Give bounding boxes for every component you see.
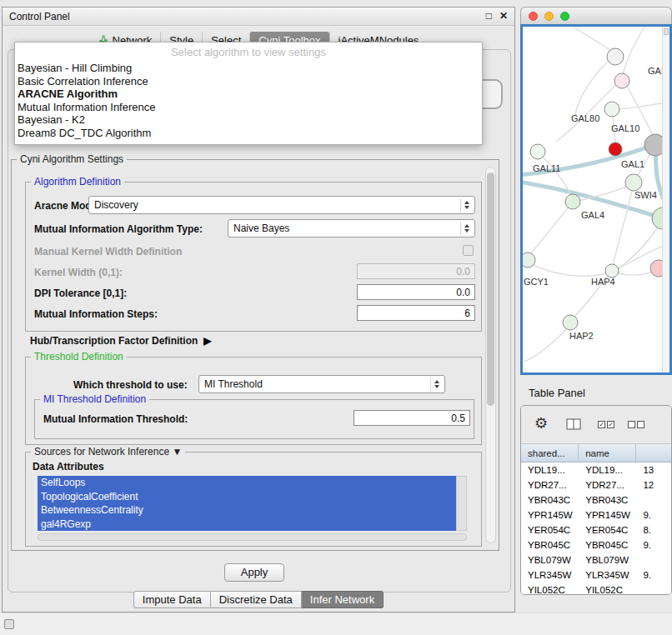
settings-group-title: Cyni Algorithm Settings (17, 153, 127, 165)
columns-icon[interactable] (566, 418, 581, 433)
algorithm-option-bayesian-k2[interactable]: Bayesian - K2 (15, 113, 482, 127)
unchecked-box-icon (637, 421, 644, 428)
algorithm-option-aracne-algorithm[interactable]: ARACNE Algorithm (15, 88, 482, 101)
panel-dock-icon[interactable] (4, 619, 14, 629)
node-label: HAP4 (591, 277, 615, 287)
attributes-vertical-scrollbar[interactable] (456, 476, 467, 531)
table-row[interactable]: YBR043CYBR043C (521, 492, 671, 508)
table-row[interactable]: YDR27...YDR27...12 (521, 478, 671, 492)
table-cell: YBR045C (579, 538, 636, 552)
attributes-horizontal-scrollbar[interactable] (38, 533, 467, 541)
float-window-icon[interactable]: □ (486, 10, 492, 22)
table-row[interactable]: YPR145WYPR145W9. (521, 508, 671, 522)
table-cell: YLR345W (521, 568, 579, 582)
collapsed-arrow-icon: ▶ (203, 335, 211, 347)
table-cell: YBR043C (579, 492, 636, 508)
network-scrollbar[interactable] (662, 27, 669, 372)
threshold-definition-title: Threshold Definition (31, 351, 127, 362)
network-node[interactable] (563, 315, 578, 330)
table-row[interactable]: YBL079WYBL079W (521, 552, 671, 568)
gear-icon[interactable]: ⚙ (534, 415, 548, 432)
table-cell: YBL079W (521, 552, 579, 568)
table-cell: YDR27... (521, 478, 579, 492)
window-title: Control Panel (9, 11, 70, 22)
node-label: GAL11 (533, 163, 560, 173)
network-node[interactable] (523, 252, 535, 268)
table-row[interactable]: YLR345WYLR345W9. (521, 568, 671, 582)
network-scrollbar-thumb[interactable] (664, 28, 669, 35)
close-traffic-light-icon[interactable] (529, 12, 538, 21)
tab-discretize-data[interactable]: Discretize Data (211, 591, 302, 608)
node-label: HAP2 (569, 331, 594, 341)
close-icon[interactable]: ✕ (499, 10, 508, 22)
sources-title-text: Sources for Network Inference (34, 446, 169, 458)
network-node[interactable] (609, 142, 622, 156)
algorithm-dropdown-popup: Select algorithm to view settings Bayesi… (14, 42, 483, 145)
dpi-tolerance-field[interactable]: 0.0 (357, 284, 475, 300)
table-panel-title: Table Panel (529, 387, 585, 399)
combo-arrows-icon (460, 198, 473, 212)
attribute-item-selfloops[interactable]: SelfLoops (38, 476, 456, 490)
tab-impute-data[interactable]: Impute Data (133, 591, 211, 608)
desktop: Control Panel □ ✕ NetworkStyleSelectCyni… (0, 0, 672, 635)
control-panel-titlebar: Control Panel □ ✕ (3, 8, 514, 26)
sources-group-title[interactable]: Sources for Network Inference ▼ (31, 446, 185, 458)
which-threshold-select[interactable]: MI Threshold (198, 375, 445, 393)
settings-scrollbar[interactable] (485, 167, 496, 543)
apply-button[interactable]: Apply (224, 563, 284, 582)
network-node[interactable] (607, 48, 624, 65)
threshold-definition-group: Threshold Definition Which threshold to … (25, 357, 482, 445)
network-node[interactable] (625, 174, 642, 191)
manual-kernel-checkbox[interactable] (463, 245, 474, 256)
table-cell: YIL052C (579, 582, 636, 594)
scrollbar-thumb[interactable] (487, 172, 494, 406)
zoom-traffic-light-icon[interactable] (560, 12, 569, 21)
network-node[interactable] (605, 264, 619, 278)
table-cell: YDL19... (521, 462, 579, 478)
algorithm-option-mutual-information-inference[interactable]: Mutual Information Inference (15, 101, 482, 114)
sources-group: Sources for Network Inference ▼ Data Att… (25, 452, 482, 547)
table-row[interactable]: YDL19...YDL19...13 (521, 462, 671, 478)
table-row[interactable]: YBR045CYBR045C9. (521, 538, 671, 552)
tab-infer-network[interactable]: Infer Network (302, 591, 384, 608)
data-attributes-label: Data Attributes (33, 461, 104, 472)
which-threshold-label: Which threshold to use: (73, 379, 188, 391)
algorithm-option-basic-correlation-inference[interactable]: Basic Correlation Inference (15, 75, 482, 88)
network-node[interactable] (614, 73, 629, 88)
node-label: GAL80 (571, 113, 599, 123)
algorithm-list: Bayesian - Hill ClimbingBasic Correlatio… (15, 62, 482, 139)
column-header-shared[interactable]: shared... (521, 444, 579, 462)
minimize-traffic-light-icon[interactable] (544, 12, 554, 21)
network-edge (573, 27, 614, 53)
kernel-width-field[interactable]: 0.0 (357, 263, 475, 279)
table-cell (636, 492, 671, 508)
select-all-checks-icon[interactable]: ✓ ✓ (598, 421, 614, 428)
mi-threshold-field[interactable]: 0.5 (354, 410, 470, 426)
network-node[interactable] (604, 102, 619, 117)
network-canvas[interactable]: GALGAL80GAL10GAL11GAL1SWI4GAL4GCY1HAP4HA… (520, 24, 672, 375)
bottom-tabs: Impute DataDiscretize DataInfer Network (3, 591, 514, 608)
combo-arrows-icon (460, 222, 473, 235)
attribute-item-gal4rgexp[interactable]: gal4RGexp (38, 518, 456, 532)
network-edge (578, 185, 631, 201)
network-node[interactable] (530, 144, 545, 159)
network-node[interactable] (565, 194, 580, 209)
clear-all-checks-icon[interactable] (628, 421, 644, 428)
mi-steps-label: Mutual Information Steps: (34, 308, 158, 320)
attribute-item-topologicalcoefficient[interactable]: TopologicalCoefficient (38, 490, 456, 504)
unchecked-box-icon (628, 421, 635, 428)
aracne-mode-select[interactable]: Discovery (88, 196, 475, 214)
table-cell: YER054C (521, 522, 579, 538)
mi-algorithm-type-select[interactable]: Naive Bayes (228, 219, 475, 238)
attribute-item-betweennesscentrality[interactable]: BetweennessCentrality (38, 503, 456, 518)
column-header-2[interactable] (636, 444, 671, 462)
hub-section-toggle[interactable]: Hub/Transcription Factor Definition ▶ (30, 335, 212, 347)
table-cell: YBL079W (579, 552, 636, 568)
table-row[interactable]: YER054CYER054C8. (521, 522, 671, 538)
network-svg: GALGAL80GAL10GAL11GAL1SWI4GAL4GCY1HAP4HA… (523, 27, 669, 372)
algorithm-option-dream8-dc-tdc-algorithm[interactable]: Dream8 DC_TDC Algorithm (15, 127, 482, 140)
algorithm-option-bayesian-hill-climbing[interactable]: Bayesian - Hill Climbing (15, 62, 482, 75)
column-header-name[interactable]: name (579, 444, 636, 462)
table-row[interactable]: YIL052CYIL052C (521, 582, 671, 594)
mi-steps-field[interactable]: 6 (357, 305, 475, 321)
